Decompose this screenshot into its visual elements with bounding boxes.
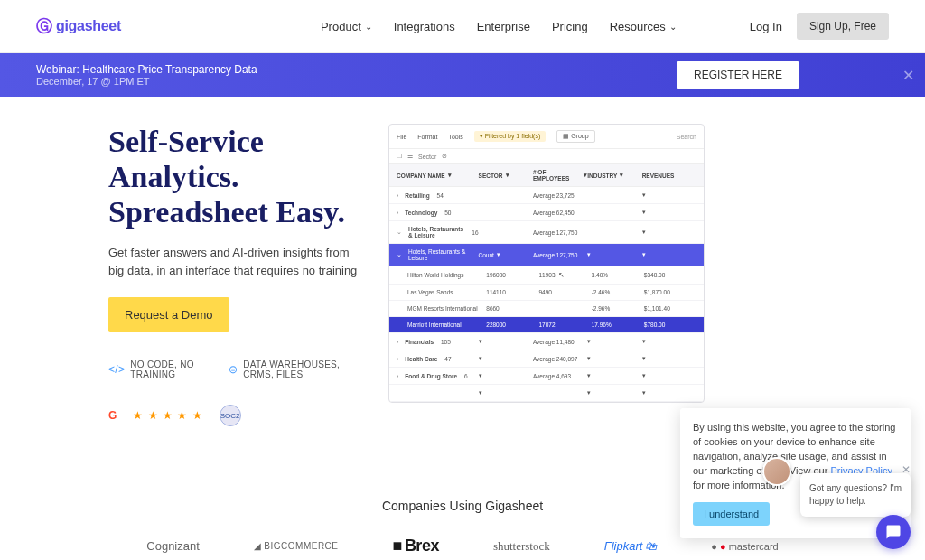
row-hilton: Hilton World Holdings 196000 11903 ↖ 3.4…: [389, 266, 704, 285]
shot-toolbar: File Format Tools ▾ Filtered by 1 field(…: [389, 125, 704, 149]
hero-subtitle: Get faster answers and AI-driven insight…: [108, 244, 361, 279]
banner-text-wrap: Webinar: Healthcare Price Transparency D…: [36, 63, 257, 87]
logo-cognizant: Cognizant: [146, 539, 200, 553]
col-revenues: REVENUES: [642, 169, 696, 182]
col-company: COMPANY NAME▾: [397, 169, 479, 182]
logo-bigcommerce: ◢BIGCOMMERCE: [254, 541, 339, 551]
row-vegas: Las Vegas Sands 114110 9490 -2.46% $1,87…: [389, 285, 704, 301]
features-row: </> NO CODE, NO TRAINING ⊜ DATA WAREHOUS…: [108, 359, 361, 379]
shot-format: Format: [417, 134, 437, 140]
chat-fab-button[interactable]: [876, 515, 911, 549]
nav-resources-label: Resources: [610, 20, 666, 33]
feature-nocode: </> NO CODE, NO TRAINING: [108, 359, 210, 379]
soc2-badge: SOC2: [220, 405, 241, 426]
login-link[interactable]: Log In: [750, 20, 782, 33]
shot-tools: Tools: [448, 134, 462, 140]
hero-left: Self-Service Analytics. Spreadsheet Easy…: [108, 124, 361, 426]
banner-title: Webinar: Healthcare Price Transparency D…: [36, 63, 257, 76]
nav-right: Log In Sign Up, Free: [750, 13, 889, 40]
hero-section: Self-Service Analytics. Spreadsheet Easy…: [0, 97, 925, 435]
logo-icon: Ⓖ: [36, 15, 52, 37]
star-rating: ★ ★ ★ ★ ★: [133, 409, 202, 422]
chevron-down-icon: ⌄: [669, 22, 677, 32]
nav-product-label: Product: [321, 20, 361, 33]
col-industry: INDUSTRY▾: [587, 169, 641, 182]
nav-product[interactable]: Product ⌄: [321, 20, 372, 33]
chevron-down-icon: ⌄: [365, 22, 372, 32]
chat-popup: ✕ Got any questions? I'm happy to help.: [800, 473, 911, 517]
feature-nocode-label: NO CODE, NO TRAINING: [130, 359, 210, 379]
nav-enterprise[interactable]: Enterprise: [477, 20, 530, 33]
database-icon: ⊜: [229, 363, 238, 376]
register-button[interactable]: REGISTER HERE: [677, 61, 799, 89]
app-screenshot: File Format Tools ▾ Filtered by 1 field(…: [388, 124, 705, 403]
row-healthcare: ›Health Care 47 ▾Average 240,097▾▾: [389, 350, 704, 368]
feature-data-label: DATA WAREHOUSES, CRMS, FILES: [243, 359, 361, 379]
row-hotels: ⌄Hotels, Restaurants & Leisure 16 Averag…: [389, 221, 704, 244]
shot-group-badge: ▦ Group: [556, 130, 594, 143]
navbar: Ⓖ gigasheet Product ⌄ Integrations Enter…: [0, 0, 925, 53]
nav-left: Ⓖ gigasheet: [36, 15, 121, 37]
row-empty: ▾▾▾: [389, 385, 704, 402]
nav-center: Product ⌄ Integrations Enterprise Pricin…: [321, 20, 677, 33]
company-logos: Cognizant ◢BIGCOMMERCE ■Brex shutterstoc…: [0, 537, 925, 555]
row-mgm: MGM Resorts International 8660 -2.96% $1…: [389, 301, 704, 317]
row-financials: ›Financials 105 ▾Average 11,480▾▾: [389, 333, 704, 350]
shot-header: COMPANY NAME▾ SECTOR▾ # OF EMPLOYEES▾ IN…: [389, 164, 704, 187]
logo-flipkart: Flipkart 🛍: [604, 539, 658, 553]
shot-file: File: [397, 134, 406, 140]
close-icon[interactable]: ✕: [902, 462, 911, 478]
hero-title: Self-Service Analytics. Spreadsheet Easy…: [108, 124, 361, 229]
reviews-row: G ★ ★ ★ ★ ★ SOC2: [108, 405, 361, 426]
banner-subtitle: December, 17 @ 1PM ET: [36, 76, 257, 87]
col-employees: # OF EMPLOYEES▾: [533, 169, 587, 182]
hero-right: File Format Tools ▾ Filtered by 1 field(…: [388, 124, 817, 426]
cookie-accept-button[interactable]: I understand: [693, 502, 770, 526]
feature-data: ⊜ DATA WAREHOUSES, CRMS, FILES: [229, 359, 361, 379]
shot-row2: ☐☰Sector⊘: [389, 149, 704, 164]
stats-section: "There aren't many products that make bi…: [0, 555, 925, 560]
logo-shutterstock: shutterstock: [493, 539, 550, 554]
row-marriott: Marriott International 228000 17072 17.9…: [389, 317, 704, 333]
nav-integrations[interactable]: Integrations: [394, 20, 455, 33]
row-technology: ›Technology 50 Average 62,450▾: [389, 204, 704, 221]
nav-pricing[interactable]: Pricing: [552, 20, 588, 33]
chat-icon: [885, 524, 902, 540]
col-sector: SECTOR▾: [479, 169, 533, 182]
nav-resources[interactable]: Resources ⌄: [610, 20, 677, 33]
chat-text: Got any questions? I'm happy to help.: [809, 483, 902, 506]
logo-brex: ■Brex: [393, 537, 439, 555]
logo-text: gigasheet: [56, 18, 121, 34]
close-icon[interactable]: ✕: [902, 67, 914, 84]
row-hotels-expanded-header: ⌄Hotels, Restaurants & Leisure Count ▾ A…: [389, 244, 704, 266]
row-food: ›Food & Drug Store 6 ▾Average 4,693▾▾: [389, 368, 704, 385]
shot-filter-badge: ▾ Filtered by 1 field(s): [474, 131, 546, 142]
g2-icon: G: [108, 409, 117, 422]
shot-search: Search: [677, 134, 696, 140]
code-icon: </>: [108, 363, 125, 376]
logo-mastercard: ●● mastercard: [711, 541, 778, 552]
chat-avatar: [762, 457, 791, 486]
signup-button[interactable]: Sign Up, Free: [797, 13, 889, 40]
brand-logo[interactable]: Ⓖ gigasheet: [36, 15, 121, 37]
request-demo-button[interactable]: Request a Demo: [108, 297, 229, 332]
promo-banner: Webinar: Healthcare Price Transparency D…: [0, 53, 925, 97]
row-retailing: ›Retailing 54 Average 23,725▾: [389, 187, 704, 204]
